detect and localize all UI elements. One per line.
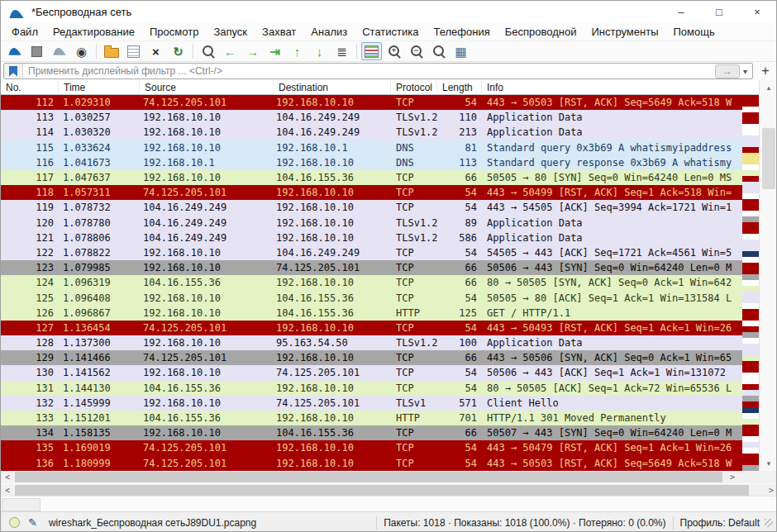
minimap-stripe: [742, 193, 759, 199]
menu-item-10[interactable]: Инструменты: [584, 24, 665, 40]
menu-item-5[interactable]: Захват: [255, 24, 303, 40]
apply-filter-button[interactable]: →: [715, 64, 740, 78]
packet-row[interactable]: 1311.144130104.16.155.36192.168.10.10TCP…: [1, 381, 777, 396]
add-filter-button[interactable]: +: [757, 63, 774, 79]
column-header-destination[interactable]: Destination: [274, 80, 391, 94]
packet-row[interactable]: 1351.16901974.125.205.101192.168.10.10TC…: [1, 440, 777, 455]
scroll-left-icon[interactable]: <: [1, 471, 14, 483]
menu-item-2[interactable]: Редактирование: [45, 24, 142, 40]
minimap-stripe: [742, 263, 759, 268]
column-header-protocol[interactable]: Protocol: [391, 80, 437, 94]
expert-info-icon[interactable]: [9, 517, 20, 528]
menu-item-7[interactable]: Статистика: [355, 24, 426, 40]
capture-options-button[interactable]: ◉: [71, 42, 92, 60]
packet-src: 192.168.10.10: [140, 262, 274, 273]
packet-row[interactable]: 1331.151201104.16.155.36192.168.10.10HTT…: [1, 411, 777, 425]
column-header-source[interactable]: Source: [140, 80, 274, 94]
auto-scroll-button[interactable]: ≣: [331, 42, 352, 60]
colorize-packets-button[interactable]: [361, 42, 382, 60]
column-header-no[interactable]: No.: [1, 80, 59, 94]
profile-label[interactable]: Профиль: Default: [680, 517, 760, 529]
column-header-info[interactable]: Info: [482, 80, 777, 94]
packet-row[interactable]: 1191.078732104.16.249.249192.168.10.10TC…: [1, 200, 777, 215]
packet-row[interactable]: 1141.030320192.168.10.10104.16.249.249TL…: [1, 125, 777, 140]
packet-row[interactable]: 1171.047637192.168.10.10104.16.155.36TCP…: [1, 170, 777, 185]
zoom-out-button[interactable]: −: [406, 42, 427, 60]
column-header-length[interactable]: Length: [437, 80, 482, 94]
packet-row[interactable]: 1251.096408192.168.10.10104.16.155.36TCP…: [1, 290, 777, 305]
packet-proto: HTTP: [391, 307, 437, 319]
packet-time: 1.041673: [59, 157, 140, 169]
packet-src: 74.125.205.101: [140, 322, 274, 334]
column-header-time[interactable]: Time: [59, 80, 140, 94]
minimize-button[interactable]: –: [662, 1, 700, 22]
packet-row[interactable]: 1161.041673192.168.10.1192.168.10.10DNS1…: [1, 155, 777, 170]
packet-row[interactable]: 1231.079985192.168.10.1074.125.205.101TC…: [1, 260, 777, 275]
packet-row[interactable]: 1341.158135192.168.10.10104.16.155.36TCP…: [1, 425, 777, 440]
open-file-button[interactable]: [101, 42, 122, 60]
menu-item-4[interactable]: Запуск: [206, 24, 255, 40]
zoom-original-button[interactable]: [428, 42, 449, 60]
packet-row[interactable]: 1211.078806104.16.249.249192.168.10.10TL…: [1, 230, 777, 245]
scroll-right-icon[interactable]: >: [726, 471, 739, 483]
maximize-button[interactable]: □: [700, 1, 738, 22]
scroll-up-icon[interactable]: ▴: [760, 82, 777, 93]
go-forward-button[interactable]: →: [242, 42, 263, 60]
go-back-button[interactable]: ←: [220, 42, 241, 60]
packet-row[interactable]: 1281.137300192.168.10.1095.163.54.50TLSv…: [1, 335, 777, 350]
horizontal-scrollbar-list[interactable]: < >: [1, 471, 777, 483]
capture-comment-icon[interactable]: ✎: [28, 516, 37, 529]
start-capture-button[interactable]: [4, 42, 25, 60]
resize-columns-icon: ▦: [455, 45, 466, 58]
packet-row[interactable]: 1151.033624192.168.10.10192.168.10.1DNS8…: [1, 140, 777, 155]
menu-item-6[interactable]: Анализ: [303, 24, 355, 40]
packet-row[interactable]: 1271.13645474.125.205.101192.168.10.10TC…: [1, 321, 777, 335]
packet-len: 54: [437, 202, 482, 213]
menu-item-1[interactable]: Файл: [4, 24, 45, 40]
menu-item-9[interactable]: Беспроводной: [498, 24, 584, 40]
save-file-button[interactable]: [123, 42, 144, 60]
menu-item-11[interactable]: Помощь: [666, 24, 722, 40]
go-first-packet-button[interactable]: ↑: [287, 42, 307, 60]
horizontal-scrollbar-thumb[interactable]: [15, 485, 749, 496]
packet-time: 1.145999: [59, 397, 140, 409]
find-packet-button[interactable]: [198, 42, 218, 60]
scroll-down-icon[interactable]: ▾: [760, 458, 777, 469]
packet-row[interactable]: 1121.02931074.125.205.101192.168.10.10TC…: [1, 95, 777, 110]
zoom-in-button[interactable]: +: [384, 42, 404, 60]
capture-filename[interactable]: wireshark_Беспроводная сетьJ89DU1.pcapng: [49, 517, 256, 529]
packet-row[interactable]: 1241.096319104.16.155.36192.168.10.10TCP…: [1, 275, 777, 290]
go-to-packet-button[interactable]: ⇥: [265, 42, 285, 60]
packet-row[interactable]: 1291.14146674.125.205.101192.168.10.10TC…: [1, 350, 777, 365]
packet-row[interactable]: 1131.030257192.168.10.10104.16.249.249TL…: [1, 110, 777, 125]
capture-options-icon: ◉: [76, 45, 87, 58]
menu-item-3[interactable]: Просмотр: [142, 24, 206, 40]
packet-minimap[interactable]: [742, 95, 759, 471]
packet-row[interactable]: 1321.145999192.168.10.1074.125.205.101TL…: [1, 396, 777, 411]
resize-grip[interactable]: [765, 519, 773, 527]
packet-row[interactable]: 1301.141562192.168.10.1074.125.205.101TC…: [1, 365, 777, 380]
scroll-right-icon[interactable]: >: [765, 484, 777, 496]
resize-columns-button[interactable]: ▦: [450, 42, 471, 60]
filter-bookmark-button[interactable]: [4, 64, 23, 78]
restart-capture-button[interactable]: [49, 42, 69, 60]
packet-row[interactable]: 1201.078780104.16.249.249192.168.10.10TL…: [1, 216, 777, 230]
close-button[interactable]: ×: [738, 1, 776, 22]
vertical-scrollbar[interactable]: ▴ ▾: [759, 80, 777, 471]
go-last-packet-button[interactable]: ↓: [309, 42, 330, 60]
horizontal-scrollbar-secondary[interactable]: < >: [1, 483, 777, 496]
scroll-left-icon[interactable]: <: [1, 484, 14, 496]
close-file-button[interactable]: ×: [145, 42, 166, 60]
packet-row[interactable]: 1221.078822192.168.10.10104.16.249.249TC…: [1, 245, 777, 260]
packet-row[interactable]: 1361.18099974.125.205.101192.168.10.10TC…: [1, 456, 777, 471]
reload-file-button[interactable]: ↻: [168, 42, 188, 60]
vertical-scrollbar-thumb[interactable]: [762, 128, 775, 189]
packet-row[interactable]: 1261.096867192.168.10.10104.16.155.36HTT…: [1, 306, 777, 321]
menu-item-8[interactable]: Телефония: [426, 24, 497, 40]
packet-row[interactable]: 1181.05731174.125.205.101192.168.10.10TC…: [1, 185, 777, 200]
display-filter-input[interactable]: [23, 65, 715, 77]
horizontal-scrollbar-thumb[interactable]: [15, 472, 722, 482]
filter-dropdown-icon[interactable]: ▾: [743, 67, 747, 76]
stop-capture-button[interactable]: [26, 42, 47, 60]
packet-info: 443 → 50503 [RST, ACK] Seq=5649 Ack=518 …: [482, 97, 777, 108]
